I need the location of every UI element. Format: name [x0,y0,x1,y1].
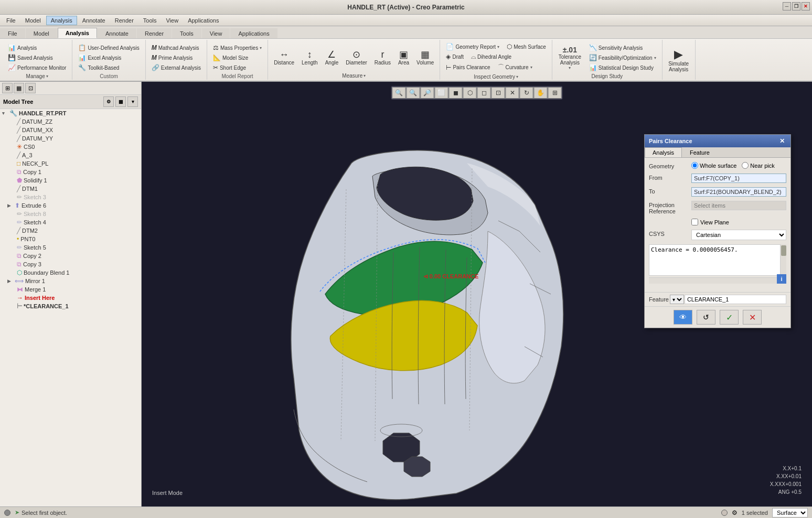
list-item[interactable]: ✏ Sketch 8 [0,210,141,218]
list-item[interactable]: ⧉ Copy 2 [0,252,141,260]
list-item[interactable]: ⬡ Boundary Blend 1 [0,268,141,277]
list-item[interactable]: ⧉ Copy 1 [0,168,141,176]
excel-analysis-button[interactable]: 📊 Excel Analysis [76,53,124,62]
simulate-button[interactable]: ▶ Simulate Analysis [666,47,692,74]
clearance-item[interactable]: ⊢ *CLEARANCE_1 [0,302,141,310]
near-pick-radio[interactable]: Near pick [742,162,774,169]
output-scrollbar-h[interactable] [649,277,780,284]
vp-shaded[interactable]: ◼ [449,87,463,99]
mathcad-button[interactable]: M Mathcad Analysis [149,43,202,52]
sensitivity-button[interactable]: 📉 Sensitivity Analysis [586,43,659,52]
view-plane-checkbox[interactable] [691,219,698,225]
vp-reset[interactable]: ✕ [506,87,519,99]
cancel-dialog-button[interactable]: ✕ [743,310,762,325]
panel-tool-2[interactable]: ▦ [14,83,24,93]
filter-dropdown[interactable]: Surface [772,508,808,517]
menu-view[interactable]: View [162,16,183,25]
list-item[interactable]: ╱ DTM1 [0,185,141,193]
list-item[interactable]: ✏ Sketch 4 [0,218,141,226]
dialog-close-button[interactable]: ✕ [778,137,786,145]
vp-hidden[interactable]: ◻ [477,87,491,99]
panel-tool-3[interactable]: ⊡ [25,83,36,93]
tab-applications[interactable]: Applications [230,28,277,38]
tab-render[interactable]: Render [137,28,172,38]
diameter-button[interactable]: ⊙ Diameter [343,48,370,67]
vp-spin[interactable]: ↻ [520,87,533,99]
tree-item-root[interactable]: ▾ 🔧 HANDLE_RT.PRT [0,109,141,117]
tab-file[interactable]: File [0,28,25,38]
external-button[interactable]: 🔗 External Analysis [149,63,204,72]
pairs-clearance-button[interactable]: ⊢ Pairs Clearance [443,62,493,73]
feature-input[interactable] [685,295,786,304]
recalc-button[interactable]: ↺ [697,310,715,325]
list-item[interactable]: ╱ A_3 [0,151,141,159]
ok-button[interactable]: ✓ [720,310,739,325]
length-button[interactable]: ↕ Length [299,48,320,67]
feature-dropdown[interactable]: ▾ [670,295,684,304]
tree-expand-button[interactable]: ▦ [115,96,126,107]
vp-zoom-in2[interactable]: 🔍 [407,87,420,99]
list-item[interactable]: ⧓ Merge 1 [0,285,141,294]
list-item[interactable]: • PNT0 [0,235,141,243]
list-item[interactable]: ▶ ⬆ Extrude 6 [0,201,141,210]
distance-button[interactable]: ↔ Distance [271,48,297,67]
vp-orient[interactable]: ⊞ [548,87,562,99]
menu-render[interactable]: Render [111,16,138,25]
from-input[interactable] [691,174,786,183]
tolerance-analysis-button[interactable]: ±.01 Tolerance Analysis ▾ [555,44,584,72]
inspect-group-label[interactable]: Inspect Geometry ▾ [443,73,548,80]
list-item[interactable]: □ NECK_PL [0,159,141,168]
tab-annotate[interactable]: Annotate [98,28,136,38]
model-size-button[interactable]: 📐 Model Size [210,53,251,62]
user-defined-button[interactable]: 📋 User-Defined Analysis [76,43,142,52]
insert-here-item[interactable]: → Insert Here [0,294,141,302]
vp-pan[interactable]: ✋ [534,87,548,99]
window-controls[interactable]: ─ ❐ ✕ [783,2,810,10]
list-item[interactable]: ╱ DATUM_YY [0,134,141,143]
draft-button[interactable]: ◈ Draft [443,52,466,61]
performance-monitor-button[interactable]: 📈 Performance Monitor [5,63,69,72]
tab-view[interactable]: View [202,28,230,38]
mesh-surface-button[interactable]: ⬡ Mesh Surface [504,42,549,51]
prime-button[interactable]: M Prime Analysis [149,53,196,62]
to-input[interactable] [691,187,786,197]
manage-group-label[interactable]: Manage ▾ [5,72,69,79]
angle-button[interactable]: ∠ Angle [323,48,341,67]
vp-frame[interactable]: ⬜ [435,87,448,99]
menu-analysis[interactable]: Analysis [46,16,77,25]
menu-annotate[interactable]: Annotate [78,16,110,25]
vp-perspective[interactable]: ⊡ [492,87,505,99]
list-item[interactable]: ⧉ Copy 3 [0,260,141,268]
list-item[interactable]: ▶ ⟺ Mirror 1 [0,277,141,285]
tree-settings-button[interactable]: ⚙ [103,96,114,107]
list-item[interactable]: ✳ CS0 [0,143,141,151]
viewport[interactable]: 🔍 🔍 🔎 ⬜ ◼ ⬡ ◻ ⊡ ✕ ↻ ✋ ⊞ [142,82,812,506]
csys-select[interactable]: Cartesian [691,230,786,240]
menu-model[interactable]: Model [21,16,45,25]
dihedral-button[interactable]: ⌓ Dihedral Angle [468,52,514,61]
statistical-button[interactable]: 📊 Statistical Design Study [586,63,659,72]
tree-more-button[interactable]: ▾ [127,96,138,107]
whole-surface-radio[interactable]: Whole surface [691,162,736,169]
list-item[interactable]: ✏ Sketch 5 [0,243,141,252]
list-item[interactable]: ╱ DATUM_XX [0,126,141,134]
vp-wireframe[interactable]: ⬡ [463,87,477,99]
dialog-tab-feature[interactable]: Feature [682,147,718,157]
restore-button[interactable]: ❐ [792,2,800,10]
list-item[interactable]: ⬟ Solidify 1 [0,176,141,185]
feasibility-button[interactable]: 🔄 Feasibility/Optimization ▾ [586,53,659,62]
geometry-report-button[interactable]: 📄 Geometry Report ▾ [443,42,502,51]
list-item[interactable]: ╱ DTM2 [0,226,141,235]
list-item[interactable]: ╱ DATUM_ZZ [0,117,141,126]
toolkit-button[interactable]: 🔧 Toolkit-Based [76,63,122,72]
short-edge-button[interactable]: ✂ Short Edge [210,63,249,72]
list-item[interactable]: ✏ Sketch 3 [0,193,141,201]
tolerance-group-label[interactable]: Design Study [555,72,659,79]
measure-group-label[interactable]: Measure ▾ [271,72,436,79]
tab-model[interactable]: Model [26,28,57,38]
menu-applications[interactable]: Applications [184,16,223,25]
info-button[interactable]: i [777,274,786,284]
minimize-button[interactable]: ─ [783,2,791,10]
menu-file[interactable]: File [2,16,20,25]
mass-properties-button[interactable]: ⚖ Mass Properties ▾ [210,43,264,52]
